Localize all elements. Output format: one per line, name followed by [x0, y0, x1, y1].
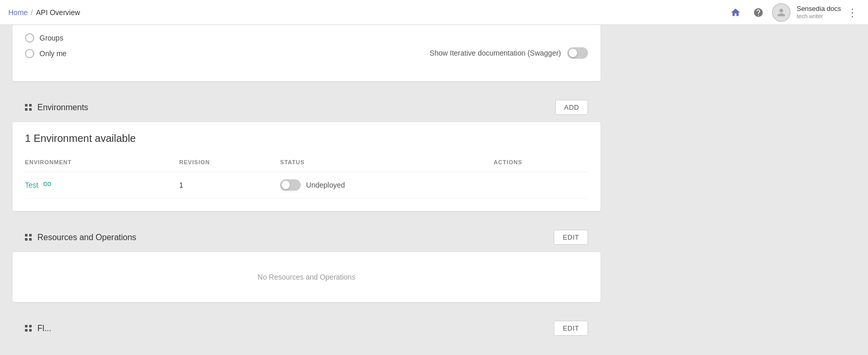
table-header-row: ENVIRONMENT REVISION STATUS ACTIONS [25, 155, 588, 172]
breadcrumb: Home / API Overview [8, 8, 726, 17]
help-icon [753, 7, 764, 18]
toggle-thumb [569, 49, 577, 57]
help-icon-button[interactable] [749, 3, 768, 22]
bottom-title-text: Fl... [37, 324, 51, 333]
env-name-text: Test [25, 181, 38, 189]
right-sidebar [613, 25, 717, 355]
home-icon [730, 7, 741, 18]
swagger-row: Show Iterative documentation (Swagger) [430, 47, 588, 59]
col-actions: ACTIONS [493, 155, 588, 172]
grid-icon-2 [25, 234, 32, 241]
resources-section-header: Resources and Operations EDIT [12, 221, 600, 252]
environment-count: 1 Environment available [25, 133, 588, 144]
groups-radio-row: Groups [25, 33, 588, 43]
resources-card: No Resources and Operations [12, 252, 600, 302]
more-options-button[interactable]: ⋮ [845, 4, 860, 21]
environments-card-inner: 1 Environment available ENVIRONMENT REVI… [12, 122, 600, 211]
deploy-toggle-thumb [282, 181, 290, 189]
swagger-label: Show Iterative documentation (Swagger) [430, 49, 561, 57]
resources-empty-message: No Resources and Operations [12, 252, 600, 302]
toggle-track[interactable] [567, 47, 588, 59]
username-label: Sensedia docs [797, 5, 841, 13]
current-page-label: API Overview [36, 8, 80, 17]
env-link-icon[interactable] [43, 179, 52, 191]
env-status-cell: Undeployed [280, 172, 493, 199]
swagger-toggle[interactable] [567, 47, 588, 59]
visibility-card: Groups Only me Show Iterative documentat… [12, 25, 600, 81]
only-me-radio[interactable] [25, 49, 34, 58]
avatar[interactable] [772, 3, 791, 22]
resources-title: Resources and Operations [25, 233, 136, 242]
environments-card: 1 Environment available ENVIRONMENT REVI… [12, 122, 600, 211]
col-revision: REVISION [179, 155, 280, 172]
add-environment-button[interactable]: ADD [555, 100, 588, 115]
edit-bottom-button[interactable]: EDIT [554, 321, 588, 336]
col-status: STATUS [280, 155, 493, 172]
bottom-section: Fl... EDIT [12, 312, 600, 343]
top-navigation: Home / API Overview Sensedia docs tech.w… [0, 0, 868, 25]
resources-section: Resources and Operations EDIT No Resourc… [12, 221, 600, 302]
deploy-toggle[interactable] [280, 179, 301, 191]
environments-table: ENVIRONMENT REVISION STATUS ACTIONS Test [25, 155, 588, 199]
environments-title-text: Environments [37, 103, 88, 112]
table-row: Test 1 [25, 172, 588, 199]
edit-resources-button[interactable]: EDIT [554, 230, 588, 245]
avatar-icon [777, 8, 786, 17]
bottom-section-header: Fl... EDIT [12, 312, 600, 343]
only-me-label: Only me [39, 49, 66, 58]
bottom-icon [25, 325, 32, 332]
nav-right-actions: Sensedia docs tech.writer ⋮ [726, 3, 860, 22]
env-name-cell: Test [25, 172, 179, 199]
groups-radio[interactable] [25, 33, 34, 43]
useremail-label: tech.writer [797, 13, 823, 20]
groups-label: Groups [39, 34, 63, 42]
environments-icon [25, 104, 32, 111]
env-actions-cell [493, 172, 588, 199]
deploy-toggle-track[interactable] [280, 179, 301, 191]
col-environment: ENVIRONMENT [25, 155, 179, 172]
status-badge: Undeployed [306, 181, 345, 189]
home-icon-button[interactable] [726, 3, 745, 22]
bottom-title: Fl... [25, 324, 51, 333]
user-info: Sensedia docs tech.writer [797, 5, 841, 20]
grid-icon-3 [25, 325, 32, 332]
home-link[interactable]: Home [8, 8, 28, 17]
env-name: Test [25, 179, 179, 191]
environments-section: Environments ADD 1 Environment available… [12, 91, 600, 211]
grid-icon [25, 104, 32, 111]
environments-title: Environments [25, 103, 88, 112]
environments-section-header: Environments ADD [12, 91, 600, 122]
breadcrumb-separator: / [31, 8, 33, 17]
env-revision-cell: 1 [179, 172, 280, 199]
resources-title-text: Resources and Operations [37, 233, 136, 242]
status-cell: Undeployed [280, 179, 493, 191]
resources-icon [25, 234, 32, 241]
